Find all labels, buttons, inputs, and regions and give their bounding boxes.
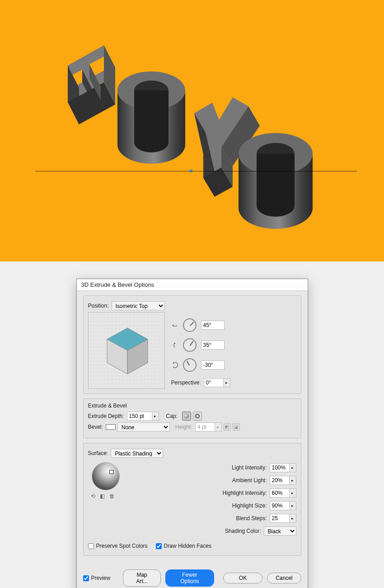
surface-label: Surface: [88,450,108,456]
rotate-z-input[interactable] [201,360,225,370]
bevel-select[interactable]: None [117,422,170,432]
horizontal-guide [35,171,357,171]
new-light-icon[interactable]: ◧ [100,493,105,499]
rotation-cube-preview[interactable] [88,312,165,389]
delete-light-icon[interactable]: 🗑 [109,493,115,499]
extrude-depth-input[interactable] [127,412,152,421]
perspective-label: Perspective: [171,379,201,386]
cap-on-button[interactable] [182,412,191,421]
blend-steps-input[interactable] [270,514,290,523]
surface-section: Surface: Plastic Shading ⟲ ◧ 🗑 [83,443,301,556]
perspective-input[interactable] [204,378,224,387]
highlight-intensity-stepper[interactable]: ▸ [289,488,296,498]
extrude-bevel-title: Extrude & Bevel [88,403,296,409]
anchor-point[interactable] [190,170,192,172]
highlight-intensity-input[interactable] [270,488,290,498]
extrude-depth-stepper[interactable]: ▸ [152,412,159,421]
cap-off-button[interactable] [193,412,202,421]
ambient-light-input[interactable] [270,476,290,485]
rotate-z-dial[interactable] [183,358,197,372]
draw-hidden-checkbox[interactable]: Draw Hidden Faces [156,543,211,549]
blend-steps-label: Blend Steps: [236,515,267,522]
surface-select[interactable]: Plastic Shading [111,449,163,458]
rotate-y-input[interactable] [201,341,225,350]
rotate-x-dial[interactable] [183,318,197,332]
light-intensity-stepper[interactable]: ▸ [289,463,296,472]
rotate-x-icon [171,322,178,329]
rotate-y-dial[interactable] [183,338,197,352]
light-intensity-label: Light Intensity: [232,465,267,471]
shading-color-label: Shading Color: [225,528,261,534]
bevel-stroke-icon [106,424,116,430]
preserve-spot-checkbox[interactable]: Preserve Spot Colors [88,543,148,549]
bevel-height-input [195,422,215,432]
position-label: Position: [88,303,109,309]
highlight-size-label: Highlight Size: [232,503,267,509]
bevel-height-label: Height: [175,424,192,430]
ambient-light-label: Ambient Light: [232,477,267,484]
highlight-size-stepper[interactable]: ▸ [289,501,296,510]
bevel-in-icon: ◩ [224,423,231,431]
bevel-out-icon: ◪ [233,423,240,431]
ambient-light-stepper[interactable]: ▸ [289,476,296,485]
preview-checkbox[interactable]: Preview [83,575,111,581]
rotate-y-icon [171,341,178,349]
rotate-z-icon [171,361,178,369]
shading-color-select[interactable]: Black [264,526,296,536]
light-sphere[interactable] [92,462,120,490]
bevel-label: Bevel: [88,424,103,430]
map-art-button[interactable]: Map Art... [123,569,161,587]
extruded-text-hoyo [54,29,321,233]
dialog-title: 3D Extrude & Bevel Options [77,279,308,291]
ok-button[interactable]: OK [223,573,262,583]
position-section: Position: Isometric Top [83,295,301,394]
bevel-height-stepper: ▸ [215,422,222,432]
dialog-footer: Preview Map Art... Fewer Options OK Canc… [77,566,308,588]
blend-steps-stepper[interactable]: ▸ [289,514,296,523]
position-select[interactable]: Isometric Top [112,301,165,310]
highlight-intensity-label: Highlight Intensity: [222,490,267,496]
light-intensity-input[interactable] [270,463,290,472]
move-light-back-icon[interactable]: ⟲ [91,493,95,499]
light-handle[interactable] [109,470,113,474]
cap-label: Cap: [166,413,178,419]
highlight-size-input[interactable] [270,501,290,510]
cancel-button[interactable]: Cancel [267,573,301,583]
canvas [0,0,384,261]
rotate-x-input[interactable] [201,321,225,330]
fewer-options-button[interactable]: Fewer Options [165,569,214,587]
extrude-bevel-dialog: 3D Extrude & Bevel Options Position: Iso… [76,279,308,588]
extrude-bevel-section: Extrude & Bevel Extrude Depth: ▸ Cap: Be… [83,398,301,438]
perspective-stepper[interactable]: ▸ [223,378,230,387]
extrude-depth-label: Extrude Depth: [88,413,124,419]
